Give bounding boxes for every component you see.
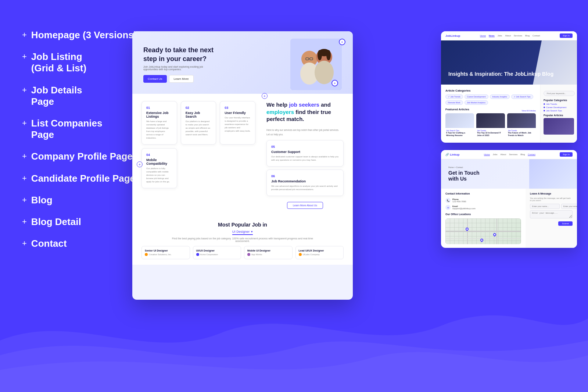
- feature-desc-5: Our dedicated customer support team is a…: [271, 155, 339, 162]
- job-card-1[interactable]: Senior UI Designer Creative Solutions, I…: [141, 246, 190, 259]
- contact-nav-jobs[interactable]: Jobs: [493, 153, 498, 156]
- blog-signin-button[interactable]: Sign In: [560, 33, 573, 38]
- company-dot-2: [196, 253, 199, 256]
- form-submit-button[interactable]: Submit: [558, 221, 573, 226]
- view-all-articles[interactable]: View All Articles: [522, 110, 536, 112]
- blog-search-input[interactable]: [544, 91, 575, 96]
- article-card-1[interactable]: Job Search Tips 5 Tips for Crafting a Wi…: [445, 113, 474, 138]
- contact-email-item: ✉ Email support@joblinkup.com: [445, 205, 521, 210]
- sidebar-item-blog[interactable]: + Blog: [22, 195, 140, 206]
- plus-float-4: +: [262, 93, 268, 99]
- cat-career-dev[interactable]: Career Development: [465, 95, 488, 99]
- contact-nav-contact[interactable]: Contact: [528, 153, 535, 156]
- plus-float-2: +: [331, 80, 338, 86]
- blog-nav-blog[interactable]: Blog: [525, 35, 530, 37]
- form-name-input[interactable]: [530, 204, 560, 209]
- dot-job-search: [544, 110, 545, 111]
- contact-nav-blog[interactable]: Blog: [520, 153, 525, 156]
- job-card-4[interactable]: Lead UI/UX Designer UILabs Company: [295, 246, 344, 259]
- job-card-2[interactable]: UI/UX Designer Acme Corporation: [193, 246, 241, 259]
- blog-nav-news[interactable]: News: [489, 35, 495, 37]
- sidebar-item-job-details[interactable]: + Job DetailsPage: [22, 85, 140, 107]
- contact-breadcrumb: Home > Contact: [448, 166, 480, 168]
- cat-market[interactable]: Job Market Analytics: [465, 100, 488, 105]
- feature-num-3: 03: [225, 106, 251, 110]
- blog-nav-home[interactable]: Home: [480, 35, 486, 37]
- popular-career-dev[interactable]: Career Development: [544, 106, 574, 108]
- form-desc: You are writing the message, we will get…: [530, 197, 573, 202]
- job-card-3[interactable]: Mobile UI Designer App Works: [244, 246, 293, 259]
- job-title-2: UI/UX Designer: [196, 249, 238, 252]
- article-categories-title: Article Categories: [445, 89, 536, 92]
- dot-career-dev: [544, 107, 545, 108]
- article-title-3: The Future of Work: Job Trends to Watch: [508, 132, 535, 137]
- plus-icon-homepage: +: [22, 30, 27, 40]
- form-email-input[interactable]: [561, 204, 577, 209]
- sidebar-item-company-profile[interactable]: + Company Profile Page: [22, 151, 140, 162]
- svg-point-7: [315, 61, 334, 84]
- blog-nav-jobs[interactable]: Jobs: [498, 35, 502, 37]
- form-title: Leave A Message: [530, 192, 573, 195]
- job-company-4: UILabs Company: [299, 253, 341, 256]
- article-img-3: [507, 113, 536, 128]
- job-cards-row: Senior UI Designer Creative Solutions, I…: [141, 246, 344, 259]
- contact-preview-window: 🔗 Linkup Home Jobs About Services Blog C…: [441, 150, 577, 248]
- contact-nav-about[interactable]: About: [501, 153, 506, 156]
- feature-title-4: Mobile Compatibility: [146, 158, 172, 165]
- blog-nav-about[interactable]: About: [505, 35, 511, 37]
- plus-icon-contact: +: [22, 239, 27, 248]
- contact-hero: Home > Contact Get in Touchwith Us: [441, 159, 577, 189]
- email-icon: ✉: [445, 205, 451, 210]
- phone-value: 123-456-7890: [452, 200, 466, 203]
- plus-float-1: +: [339, 39, 345, 45]
- contact-nav-home[interactable]: Home: [484, 153, 490, 156]
- company-dot-1: [145, 253, 148, 256]
- job-title-3: Mobile UI Designer: [247, 249, 289, 252]
- jobs-category[interactable]: UI Designer ▾: [232, 230, 253, 235]
- sidebar-item-job-listing[interactable]: + Job Listing(Grid & List): [22, 51, 140, 74]
- feature-card-1: 01 Extensive Job Listings We have a larg…: [141, 101, 177, 145]
- plus-icon-candidate-profile: +: [22, 174, 27, 183]
- feature-desc-4: Our platform is fully compatible with mo…: [146, 167, 172, 183]
- feature-num-2: 02: [186, 106, 212, 110]
- sidebar-item-homepage[interactable]: + Homepage (3 Versions): [22, 29, 140, 41]
- form-name-email-row: [530, 204, 573, 209]
- sidebar-item-contact[interactable]: + Contact: [22, 238, 140, 249]
- feature-card-2: 02 Easy Job Search Our platform is desig…: [181, 101, 216, 145]
- right-previews-container: JobLinkup Home News Jobs About Services …: [441, 31, 577, 255]
- job-title-1: Senior UI Designer: [145, 249, 187, 252]
- cat-job-trends[interactable]: ✓ Job Trends: [445, 95, 463, 99]
- plus-icon-job-listing: +: [22, 52, 27, 61]
- popular-job-trends[interactable]: Job Trends: [544, 103, 574, 105]
- article-card-3[interactable]: Job Trends The Future of Work: Job Trend…: [507, 113, 536, 138]
- blog-nav-contact[interactable]: Contact: [533, 35, 540, 37]
- main-preview-window: Ready to take the next step in your care…: [132, 31, 353, 300]
- form-message-textarea[interactable]: [530, 210, 573, 218]
- svg-point-9: [318, 50, 322, 60]
- feature-num-5: 05: [271, 145, 339, 149]
- sidebar-item-candidate-profile[interactable]: + Candidate Profile Page: [22, 173, 140, 184]
- popular-job-search[interactable]: Job Search Tips: [544, 110, 574, 112]
- article-card-2[interactable]: Job Trends The Top 10 In-Demand IT Jobs …: [476, 113, 505, 138]
- featured-articles: Featured Articles View All Articles Job …: [445, 108, 536, 138]
- article-text-3: Job Trends The Future of Work: Job Trend…: [507, 128, 536, 138]
- sidebar-item-blog-detail[interactable]: + Blog Detail: [22, 216, 140, 228]
- learn-more-about-button[interactable]: Learn More About Us: [287, 202, 323, 209]
- contact-nav-services[interactable]: Services: [509, 153, 517, 156]
- cat-industry[interactable]: Industry Insights: [490, 95, 510, 99]
- phone-icon: 📞: [445, 198, 451, 203]
- contact-signin-button[interactable]: Sign In: [560, 152, 573, 157]
- company-dot-3: [247, 253, 250, 256]
- cat-remote[interactable]: Remote Work: [445, 100, 463, 105]
- contact-nav-logo: 🔗 Linkup: [445, 153, 459, 156]
- sidebar-label-job-details: Job DetailsPage: [31, 85, 82, 107]
- cat-job-search[interactable]: ✓ Job Search Tips: [511, 95, 533, 99]
- blog-content: Article Categories ✓ Job Trends Career D…: [441, 85, 540, 143]
- feature-num-6: 06: [271, 174, 339, 178]
- blog-nav-services[interactable]: Services: [514, 35, 522, 37]
- plus-icon-blog-detail: +: [22, 217, 27, 227]
- learn-more-hero-button[interactable]: Learn More: [169, 75, 194, 83]
- popular-categories-title: Popular Categories: [544, 99, 574, 101]
- sidebar-item-list-companies[interactable]: + List CompaniesPage: [22, 118, 140, 140]
- contact-us-button[interactable]: Contact Us: [143, 75, 167, 83]
